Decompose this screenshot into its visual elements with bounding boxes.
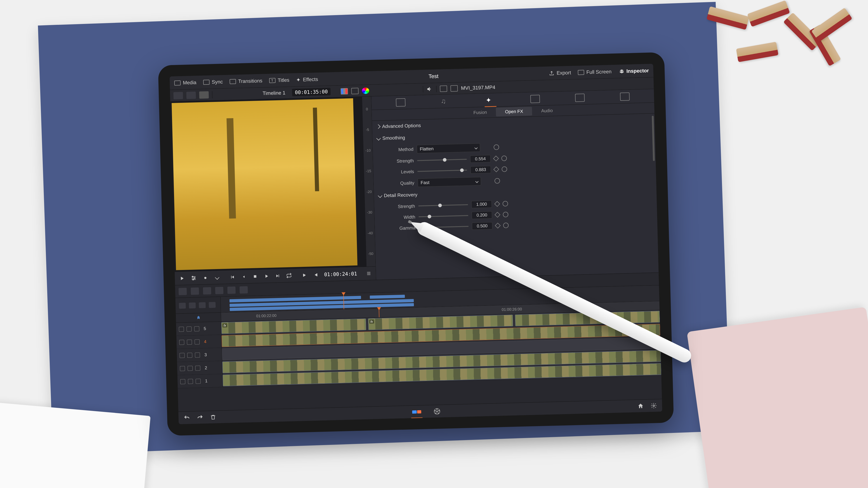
gamma-keyframe[interactable] [495, 223, 500, 228]
fusion-subtab[interactable]: Fusion [464, 108, 496, 118]
image-tab-icon[interactable] [575, 94, 585, 102]
play-button[interactable] [263, 272, 270, 280]
enable-icon[interactable] [195, 339, 200, 345]
lock-icon[interactable] [179, 327, 184, 332]
viewer[interactable]: 0 -5 -10 -15 -20 -30 -40 -50 [170, 96, 375, 271]
enable-icon[interactable] [194, 326, 199, 331]
lock-icon[interactable] [180, 379, 185, 384]
ruler-marker-icon[interactable] [176, 313, 221, 323]
dr-strength-value[interactable]: 1.000 [471, 200, 492, 208]
inspector-body[interactable]: Advanced Options Smoothing Method Flatte… [372, 113, 659, 280]
strength-keyframe[interactable] [493, 156, 499, 161]
view-mode-1[interactable] [174, 92, 183, 99]
dr-strength-reset[interactable] [502, 201, 508, 206]
width-value[interactable]: 0.200 [471, 211, 492, 219]
mute-icon[interactable] [187, 339, 192, 345]
selection-tool[interactable] [179, 288, 187, 295]
method-dropdown[interactable]: Flatten [417, 143, 480, 153]
effects-tab-icon[interactable]: ✦ [486, 96, 495, 104]
transition-tab-icon[interactable] [530, 95, 540, 103]
mute-icon[interactable] [187, 353, 192, 358]
strength-value[interactable]: 0.554 [470, 155, 491, 163]
audio-subtab[interactable]: Audio [532, 106, 562, 116]
export-button[interactable]: Export [549, 70, 571, 76]
step-back-button[interactable] [240, 273, 248, 281]
mute-icon[interactable] [188, 366, 193, 371]
titles-button[interactable]: T Titles [269, 77, 289, 84]
color-wheel-icon[interactable] [362, 88, 369, 94]
transitions-button[interactable]: Transitions [229, 78, 262, 85]
prev-clip-button[interactable] [229, 273, 236, 281]
view-mode-3[interactable] [199, 91, 209, 98]
redo-button[interactable] [196, 414, 204, 421]
mute-icon[interactable] [188, 379, 193, 384]
insert-tool[interactable] [215, 287, 223, 294]
enable-icon[interactable] [195, 365, 200, 371]
go-to-out-button[interactable] [312, 271, 320, 279]
color-page-button[interactable] [431, 407, 443, 416]
clip-view-icon-2[interactable] [450, 85, 458, 92]
width-keyframe[interactable] [495, 212, 500, 218]
dr-strength-keyframe[interactable] [494, 201, 500, 207]
levels-reset[interactable] [502, 166, 507, 172]
lock-icon[interactable] [179, 339, 184, 345]
fullscreen-button[interactable]: Full Screen [578, 69, 612, 75]
inspector-button[interactable]: Inspector [618, 68, 649, 74]
track-header[interactable]: 2 [177, 361, 222, 375]
levels-slider[interactable] [417, 170, 467, 172]
sync-button[interactable]: Sync [203, 79, 223, 85]
inspector-scrollbar[interactable] [652, 116, 655, 161]
gamma-value[interactable]: 0.500 [472, 222, 493, 230]
strength-reset[interactable] [501, 156, 507, 161]
video-tab-icon[interactable] [396, 98, 405, 107]
undo-button[interactable] [183, 414, 191, 421]
levels-value[interactable]: 0.883 [470, 166, 491, 173]
bypass-icon[interactable] [351, 88, 359, 94]
cut-page-button[interactable] [411, 408, 423, 416]
timeline-playhead[interactable] [379, 308, 379, 317]
width-reset[interactable] [503, 212, 508, 217]
track-header[interactable]: 5 [176, 322, 221, 336]
quality-reset[interactable] [494, 178, 500, 184]
replace-tool[interactable] [240, 286, 248, 293]
enable-icon[interactable] [195, 379, 201, 384]
settings-sliders-icon[interactable] [190, 274, 197, 282]
gamma-reset[interactable] [503, 223, 509, 228]
home-button[interactable] [637, 402, 645, 410]
width-slider[interactable] [418, 215, 468, 217]
track-header[interactable]: 1 [178, 374, 223, 388]
file-tab-icon[interactable] [620, 92, 630, 101]
timeline-name[interactable]: Timeline 1 [263, 90, 285, 96]
dr-strength-slider[interactable] [418, 204, 468, 206]
media-button[interactable]: Media [174, 79, 197, 86]
edit-mode-icon[interactable] [178, 274, 186, 282]
openfx-subtab[interactable]: Open FX [496, 107, 532, 116]
snap-toggle[interactable] [179, 302, 186, 308]
menu-icon[interactable] [365, 270, 373, 277]
clip-view-icon-1[interactable] [440, 86, 447, 92]
flag-toggle[interactable] [199, 302, 206, 308]
track-header[interactable]: 3 [177, 348, 222, 362]
next-clip-button[interactable] [274, 272, 281, 280]
levels-keyframe[interactable] [493, 166, 499, 172]
effects-button[interactable]: ✦ Effects [296, 76, 318, 83]
strength-slider[interactable] [417, 159, 467, 161]
marker-toggle[interactable] [209, 302, 216, 308]
trim-tool[interactable] [191, 287, 199, 295]
transport-timecode[interactable]: 01:00:24:01 [324, 271, 357, 278]
quality-dropdown[interactable]: Fast [417, 177, 481, 187]
lock-icon[interactable] [180, 366, 185, 371]
blade-tool[interactable] [203, 287, 211, 294]
chevron-down-icon[interactable] [213, 273, 221, 281]
delete-button[interactable] [209, 414, 217, 421]
audio-toggle[interactable] [423, 86, 436, 92]
view-mode-2[interactable] [186, 92, 196, 99]
lock-icon[interactable] [180, 353, 185, 358]
track-header[interactable]: 4 [176, 335, 222, 349]
method-reset[interactable] [494, 144, 499, 150]
stop-button[interactable] [251, 273, 259, 280]
go-to-in-button[interactable] [301, 271, 308, 279]
marker-dot-icon[interactable]: ● [202, 274, 209, 282]
camera-icon[interactable] [341, 88, 348, 94]
link-toggle[interactable] [189, 302, 196, 308]
